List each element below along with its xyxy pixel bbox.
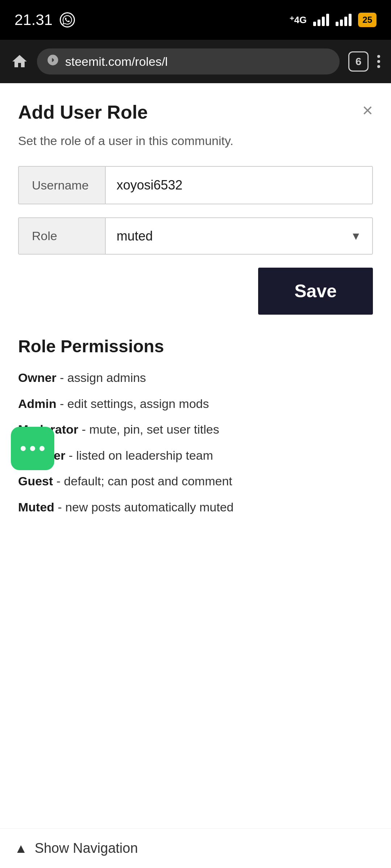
show-navigation-bar[interactable]: ▲ Show Navigation <box>0 828 391 868</box>
main-content: Add User Role × Set the role of a user i… <box>0 83 391 516</box>
permission-owner: Owner - assign admins <box>18 369 373 387</box>
permission-member-desc: - listed on leadership team <box>65 448 213 462</box>
dialog-header: Add User Role × <box>18 101 373 123</box>
signal-strength-2 <box>336 14 352 26</box>
permission-muted-desc: - new posts automatically muted <box>54 500 234 514</box>
navigation-triangle-icon: ▲ <box>14 841 28 856</box>
username-label: Username <box>19 167 106 204</box>
permission-member: Member - listed on leadership team <box>18 447 373 464</box>
permission-admin-desc: - edit settings, assign mods <box>56 397 209 410</box>
role-select[interactable]: muted ▼ <box>106 218 372 254</box>
fab-dots-icon <box>21 446 45 451</box>
browser-toolbar: steemit.com/roles/l 6 <box>0 40 391 83</box>
browser-menu-button[interactable] <box>377 55 380 68</box>
status-bar: 21.31 ⁺4G 25 <box>0 0 391 40</box>
username-input[interactable] <box>106 167 372 204</box>
show-navigation-label: Show Navigation <box>35 841 138 856</box>
home-button[interactable] <box>11 53 28 70</box>
permission-owner-desc: - assign admins <box>56 371 146 384</box>
network-label: ⁺4G <box>289 14 307 26</box>
url-icon <box>47 54 59 69</box>
battery-indicator: 25 <box>358 13 377 27</box>
permission-admin-label: Admin <box>18 397 56 410</box>
permission-muted: Muted - new posts automatically muted <box>18 499 373 516</box>
permissions-section: Role Permissions Owner - assign admins A… <box>18 336 373 516</box>
close-button[interactable]: × <box>362 101 373 119</box>
dialog-title: Add User Role <box>18 101 148 123</box>
role-value: muted <box>117 229 350 244</box>
url-bar[interactable]: steemit.com/roles/l <box>37 48 340 75</box>
permissions-title: Role Permissions <box>18 336 373 356</box>
status-right-area: ⁺4G 25 <box>289 13 377 27</box>
role-label: Role <box>19 218 106 254</box>
save-button-wrapper: Save <box>18 268 373 315</box>
permission-guest: Guest - default; can post and comment <box>18 473 373 490</box>
whatsapp-icon <box>60 12 75 27</box>
permission-admin: Admin - edit settings, assign mods <box>18 395 373 413</box>
time-display: 21.31 <box>14 11 52 29</box>
username-field: Username <box>18 166 373 204</box>
dialog-subtitle: Set the role of a user in this community… <box>18 134 373 148</box>
url-text: steemit.com/roles/l <box>65 55 329 69</box>
permission-owner-label: Owner <box>18 371 56 384</box>
permission-guest-label: Guest <box>18 474 53 488</box>
tab-count[interactable]: 6 <box>348 51 369 72</box>
save-button[interactable]: Save <box>258 268 373 315</box>
status-time-area: 21.31 <box>14 11 75 29</box>
permission-moderator-desc: - mute, pin, set user titles <box>78 422 219 436</box>
role-field: Role muted ▼ <box>18 217 373 255</box>
fab-button[interactable] <box>11 427 54 470</box>
permission-moderator: Moderator - mute, pin, set user titles <box>18 421 373 438</box>
dropdown-arrow-icon: ▼ <box>350 230 361 242</box>
signal-strength-1 <box>313 14 329 26</box>
permission-guest-desc: - default; can post and comment <box>53 474 232 488</box>
permission-muted-label: Muted <box>18 500 54 514</box>
